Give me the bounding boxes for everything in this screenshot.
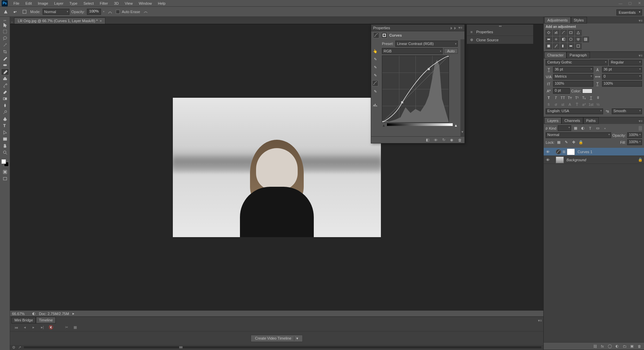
gradient-map-icon[interactable] [568,43,574,49]
timeline-next-icon[interactable]: ▸| [40,325,45,330]
screenmode-icon[interactable] [1,175,9,182]
timeline-transition-icon[interactable]: ▦ [72,325,78,330]
doc-info[interactable]: Doc: 2.75M/2.75M [39,312,69,316]
panel-menu-icon[interactable]: ▾≡ [637,53,644,58]
pen-tool[interactable] [1,116,9,122]
gradient-tool[interactable] [1,95,9,102]
move-tool[interactable] [1,21,9,28]
italic-button[interactable]: T [553,95,559,100]
eyedropper-tool[interactable] [1,55,9,62]
menu-layer[interactable]: Layer [51,0,66,6]
tab-timeline[interactable]: Timeline [36,317,56,323]
threshold-icon[interactable] [560,43,567,49]
layer-thumbnail[interactable] [556,157,564,163]
color-swatches[interactable] [1,159,9,167]
mask-thumbnail[interactable] [567,148,575,155]
balance-icon[interactable] [553,37,559,42]
path-select-tool[interactable] [1,129,9,136]
document-tab[interactable]: LR Orig.jpg @ 66.7% (Curves 1, Layer Mas… [14,17,105,24]
dodge-tool[interactable] [1,109,9,116]
layer-name[interactable]: Background [566,158,586,162]
input-gradient[interactable] [387,123,453,126]
timeline-first-icon[interactable]: ⏮ [13,325,19,330]
stamp-tool[interactable] [1,75,9,82]
hue-icon[interactable] [546,37,552,42]
curves-icon[interactable] [560,30,567,36]
clip-to-layer-icon[interactable]: ◧ [425,137,430,143]
reset-icon[interactable]: ↻ [441,137,446,143]
fill-input[interactable]: 100% [627,139,642,145]
minimize-icon[interactable]: — [616,0,625,6]
swash-button[interactable]: aᵈ [581,102,587,107]
half-button[interactable]: ½ [595,102,601,107]
create-video-timeline-button[interactable]: Create Video Timeline▾ [251,335,303,342]
allcaps-button[interactable]: TT [560,95,566,100]
layer-row[interactable]: 👁 Background 🔒 [544,156,644,164]
brush-tool[interactable] [1,69,9,75]
docked-clone-source[interactable]: ⊕ Clone Source [467,36,533,44]
properties-panel[interactable]: Properties ⏵⏵ ▾≡ Curves 👆 ✎ ✎ ✎ ✎ Preset… [371,24,465,143]
scroll-down-icon[interactable]: ▾ [460,130,464,136]
posterize-icon[interactable] [553,43,559,49]
brush-panel-icon[interactable] [21,8,28,15]
auto-erase-checkbox[interactable] [116,10,120,14]
visibility-toggle-icon[interactable]: 👁 [545,149,550,155]
filter-type-icon[interactable]: T [587,126,593,131]
eraser-tool[interactable] [1,89,9,95]
tab-styles[interactable]: Styles [571,17,587,24]
oldstyle-button[interactable]: ơ [553,102,559,107]
auto-button[interactable]: Auto [444,48,458,54]
leading-input[interactable]: 36 pt [602,67,642,73]
history-brush-tool[interactable] [1,82,9,89]
pressure-size-icon[interactable] [142,8,149,15]
subscript-button[interactable]: T₁ [581,95,587,100]
timeline-split-icon[interactable]: ✂ [64,325,69,330]
lut-icon[interactable] [583,37,589,42]
tab-layers[interactable]: Layers [544,117,561,124]
hand-tool[interactable] [1,142,9,149]
new-group-icon[interactable]: 🗀 [622,344,627,349]
hscale-input[interactable]: 100% [602,81,642,87]
maximize-icon[interactable]: ▢ [625,0,635,6]
lock-position-icon[interactable]: ✥ [571,140,577,145]
lock-pixels-icon[interactable]: ✎ [563,140,569,145]
zoom-level[interactable]: 66.67% [12,312,29,316]
text-color-swatch[interactable] [582,89,592,93]
timeline-prev-icon[interactable]: ◂ [22,325,28,330]
tracking-input[interactable]: 0 [602,74,642,80]
delete-adjustment-icon[interactable]: 🗑 [457,137,462,143]
edit-points-icon[interactable] [372,80,378,86]
new-layer-icon[interactable]: ▣ [629,344,635,349]
levels-icon[interactable] [553,30,559,36]
close-icon[interactable]: ✕ [635,0,644,6]
preset-dropdown[interactable]: Linear Contrast (RGB) [395,41,458,47]
menu-edit[interactable]: Edit [22,0,35,6]
type-tool[interactable]: T [1,122,9,129]
timeline-mute-icon[interactable]: 🔇 [48,325,54,330]
layer-name[interactable]: Curves 1 [578,150,592,154]
invert-icon[interactable] [546,43,552,49]
delete-layer-icon[interactable]: 🗑 [637,344,642,349]
exposure-icon[interactable] [568,30,574,36]
filter-adjust-icon[interactable]: ◐ [580,126,586,131]
sample-gray-icon[interactable]: ✎ [372,64,378,70]
menu-select[interactable]: Select [81,0,97,6]
wand-tool[interactable] [1,42,9,48]
zoom-tool[interactable] [1,149,9,156]
underline-button[interactable]: T [588,95,594,100]
kerning-input[interactable]: Metrics [553,74,593,80]
titling-button[interactable]: A [567,102,573,107]
new-adjustment-icon[interactable]: ◐ [614,344,620,349]
menu-file[interactable]: File [10,0,22,6]
ligature-button[interactable]: fi [546,102,552,107]
link-layers-icon[interactable]: ⛓ [592,344,598,349]
mode-dropdown[interactable]: Normal [43,9,69,15]
language-dropdown[interactable]: English: USA [546,108,603,114]
menu-view[interactable]: View [122,0,136,6]
filter-shape-icon[interactable]: ▭ [595,126,601,131]
histogram-toggle-icon[interactable] [372,102,378,108]
baseline-input[interactable]: 0 pt [553,88,570,94]
menu-3d[interactable]: 3D [111,0,122,6]
bw-icon[interactable] [560,37,567,42]
superscript-button[interactable]: T¹ [574,95,580,100]
